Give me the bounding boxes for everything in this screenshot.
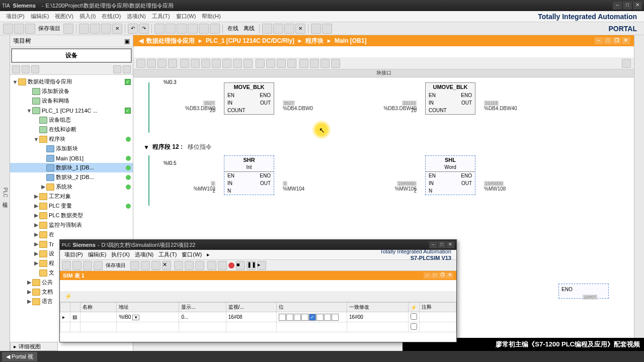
ed-tb-5[interactable] [180,59,189,68]
print-button[interactable] [63,24,73,34]
tree-item[interactable]: ▶监控与强制表 [10,220,133,230]
block-move-blk[interactable]: MOVE_BLK ENENO 3527%DB3.DBW0 INOUT 3527%… [224,82,274,115]
menu-edit[interactable]: 编辑(E) [28,13,52,20]
portal-switch[interactable]: ◀ Portal 视 [2,352,37,361]
sim-minimize[interactable]: – [429,241,437,248]
tree-item[interactable]: ▶工艺对象 [10,192,133,201]
copy-button[interactable] [90,24,100,34]
ed-tb-2[interactable] [147,59,156,68]
right-vertical-tabs[interactable] [634,35,644,351]
online-label[interactable]: 在线 [225,25,240,32]
sim-tb-step[interactable]: ▸ [257,261,266,270]
sim-menu-exec[interactable]: 执行(X) [109,251,132,258]
minimize-button[interactable]: – [613,2,622,10]
ed-tb-10[interactable] [233,59,242,68]
collapse-icon[interactable]: ▣ [124,38,130,45]
menu-project[interactable]: 项目(P) [3,13,28,20]
offline-label[interactable]: 离线 [242,25,257,32]
ed-tb-15[interactable] [287,59,296,68]
bit-toggle[interactable] [324,314,331,321]
ed-tb-4[interactable] [168,59,177,68]
tree-item[interactable]: 数据块_2 [DB... [10,172,133,182]
tree-item[interactable]: 设备和网络 [10,96,133,106]
menu-online[interactable]: 在线(O) [99,13,124,20]
ed-tb-17[interactable] [310,59,319,68]
undo-button[interactable]: ↶ [128,24,138,34]
sim-tab-close[interactable]: ✕ [446,273,453,279]
bit-toggle-row[interactable] [279,314,345,321]
sim-menu-tools[interactable]: 工具(T) [156,251,179,258]
sim-menu-more[interactable]: ▸ [204,251,212,258]
tree-item[interactable]: 在线和诊断 [10,125,133,134]
tree-item[interactable]: ▶在 [10,230,133,239]
tree-item[interactable]: ▶PLC 数据类型 [10,211,133,220]
ed-tb-6[interactable] [191,59,200,68]
sim-table[interactable]: 名称 地址 显示... 监视/... 位 一致修改 ⚡ 注释 ▸ ▤ %IB0 … [60,302,456,332]
paste-button[interactable] [101,24,111,34]
tb-btn-9[interactable] [311,24,321,34]
bit-toggle[interactable] [332,314,339,321]
tb-btn-2[interactable] [188,24,198,34]
download-button[interactable] [154,24,165,34]
plcsim-window[interactable]: PLC Siemens - D:\我的文档\Simulation\项目22\项目… [59,239,457,342]
bit-toggle[interactable] [279,314,286,321]
modify-checkbox[interactable] [411,313,417,320]
tree-item[interactable]: ▶系统块 [10,182,133,192]
network-expander[interactable]: ▼ [143,144,149,151]
sim-tab-min[interactable]: – [424,273,431,279]
tree-tb-3[interactable] [31,65,39,73]
ed-tb-9[interactable] [222,59,231,68]
bit-toggle[interactable] [309,314,316,321]
tb-btn-1[interactable] [177,24,187,34]
tree-root-item[interactable]: ▼数据处理指令应用✓ [10,77,133,86]
sim-tb-stop[interactable]: ■ [236,261,245,270]
open-project-button[interactable] [14,24,24,34]
delete-button[interactable]: ✕ [112,24,122,34]
tb-btn-8[interactable]: ✕ [295,24,305,34]
editor-maximize[interactable]: □ [604,37,612,44]
ed-tb-20[interactable] [622,59,631,68]
sim-tab-rest[interactable]: ❐ [439,273,446,279]
block-shr[interactable]: SHR Int ENENO 0%MW102 INOUT 0%MW104 2 N [224,155,274,195]
sim-tab-max[interactable]: □ [431,273,438,279]
tree-item[interactable]: 设备组态 [10,115,133,125]
menu-options[interactable]: 选项(N) [124,13,148,20]
close-button[interactable]: ✕ [633,2,642,10]
sim-tb-del[interactable]: ✕ [162,261,171,270]
tree-tb-5[interactable] [123,65,131,73]
bit-toggle[interactable] [316,314,324,321]
tree-item[interactable]: 数据块_1 [DB... [10,163,133,172]
sim-tb-8[interactable] [207,261,216,270]
sim-tb-cut[interactable] [130,261,139,270]
sim-tb-copy[interactable] [141,261,150,270]
cut-button[interactable] [79,24,89,34]
bit-toggle[interactable] [301,314,308,321]
tb-btn-4[interactable] [210,24,220,34]
ed-tb-16[interactable] [299,59,308,68]
tb-btn-10[interactable] [322,24,332,34]
breadcrumb-back[interactable]: ◀ [137,37,144,44]
menu-tools[interactable]: 工具(T) [149,13,173,20]
sim-tb-1[interactable] [62,261,71,270]
sim-menu-window[interactable]: 窗口(W) [179,251,204,258]
ed-tb-11[interactable] [244,59,253,68]
sim-maximize[interactable]: □ [438,241,446,248]
new-project-button[interactable] [3,24,13,34]
editor-minimize[interactable]: – [595,37,603,44]
ed-tb-8[interactable] [212,59,221,68]
ed-tb-12[interactable] [256,59,265,68]
left-vertical-tab[interactable]: PLC 编程 [0,35,10,351]
sim-tb-2[interactable] [72,261,82,270]
redo-button[interactable]: ↷ [139,24,149,34]
sim-tb-3[interactable] [83,261,92,270]
editor-restore[interactable]: ❐ [613,37,621,44]
ed-tb-19[interactable] [331,59,340,68]
sim-tb-4[interactable] [94,261,103,270]
sim-tb-paste[interactable] [151,261,160,270]
save-button[interactable] [25,24,35,34]
detail-view-collapsed[interactable]: ▸ 详细视图 [10,342,58,351]
block-umove-blk[interactable]: UMOVE_BLK ENENO 32153%DB3.DBW40 INOUT 32… [425,82,475,115]
ed-tb-18[interactable] [320,59,330,68]
sim-tb-5[interactable] [174,261,183,270]
tree-item[interactable]: ▼PLC_1 [CPU 1214C ...✓ [10,106,133,115]
